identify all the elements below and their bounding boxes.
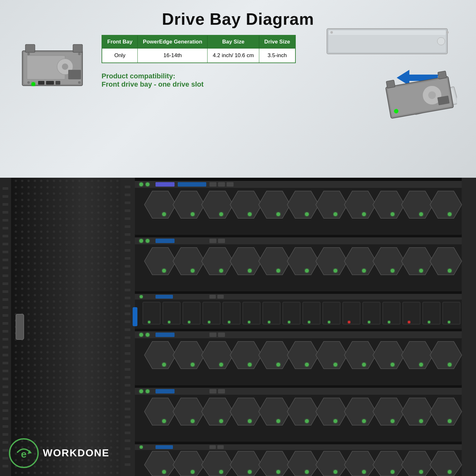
svg-rect-55 (3, 322, 8, 325)
svg-point-164 (305, 269, 309, 273)
svg-point-244 (448, 363, 452, 367)
svg-point-170 (391, 269, 394, 273)
svg-rect-99 (125, 360, 130, 363)
svg-point-236 (334, 363, 337, 367)
col-header-front-bay: Front Bay (102, 35, 138, 49)
svg-point-289 (248, 470, 252, 474)
svg-rect-74 (16, 314, 24, 340)
svg-rect-14 (46, 81, 54, 85)
svg-rect-105 (125, 408, 130, 410)
svg-point-160 (248, 269, 252, 273)
compat-line1: Product compatibility: (102, 72, 296, 80)
svg-rect-66 (3, 409, 8, 412)
svg-rect-54 (3, 314, 8, 317)
svg-rect-113 (462, 178, 476, 476)
svg-rect-60 (3, 362, 8, 364)
svg-rect-181 (217, 295, 224, 299)
svg-rect-96 (125, 336, 130, 339)
svg-point-272 (419, 419, 423, 423)
svg-point-287 (219, 470, 223, 474)
svg-point-295 (334, 470, 337, 474)
svg-point-206 (288, 321, 290, 323)
svg-rect-121 (227, 182, 234, 187)
svg-rect-91 (125, 297, 130, 299)
svg-rect-179 (155, 295, 173, 299)
svg-point-142 (419, 212, 423, 216)
svg-rect-42 (3, 219, 8, 221)
svg-point-260 (248, 419, 252, 423)
svg-point-130 (248, 212, 252, 216)
svg-point-230 (248, 363, 252, 367)
svg-point-199 (148, 321, 150, 323)
svg-point-270 (391, 419, 394, 423)
svg-rect-150 (155, 239, 175, 243)
svg-rect-151 (209, 239, 216, 243)
svg-point-218 (139, 333, 143, 337)
svg-point-12 (78, 81, 81, 84)
svg-rect-277 (135, 444, 462, 450)
cell-drive-size: 3.5-inch (259, 49, 295, 63)
col-header-poweredge: PowerEdge Generation (138, 35, 208, 49)
col-header-bay-size: Bay Size (208, 35, 259, 49)
svg-text:WORKDONE: WORKDONE (43, 447, 109, 459)
svg-point-232 (276, 363, 280, 367)
svg-rect-108 (125, 432, 130, 434)
svg-rect-2 (25, 44, 35, 52)
svg-point-126 (191, 212, 195, 216)
svg-rect-95 (125, 328, 130, 331)
page-title: Drive Bay Diagram (162, 10, 314, 29)
svg-point-214 (448, 321, 450, 323)
svg-rect-245 (135, 385, 462, 388)
svg-point-172 (419, 269, 423, 273)
svg-point-266 (334, 419, 337, 423)
svg-point-285 (191, 470, 195, 474)
svg-rect-3 (73, 44, 83, 52)
svg-rect-280 (209, 445, 216, 449)
svg-rect-101 (125, 376, 130, 379)
svg-rect-51 (3, 290, 8, 293)
svg-point-208 (328, 321, 330, 323)
svg-point-202 (208, 321, 210, 323)
svg-rect-147 (135, 237, 462, 244)
svg-point-168 (362, 269, 366, 273)
bay-diagram (324, 25, 457, 127)
col-header-drive-size: Drive Size (259, 35, 295, 49)
svg-rect-81 (125, 217, 130, 220)
svg-rect-68 (3, 425, 8, 428)
svg-point-209 (348, 321, 350, 323)
svg-point-249 (146, 389, 149, 393)
svg-point-211 (388, 321, 390, 323)
svg-rect-57 (3, 338, 8, 340)
svg-point-134 (305, 212, 309, 216)
svg-rect-67 (3, 417, 8, 420)
svg-rect-183 (143, 302, 160, 324)
svg-point-242 (419, 363, 423, 367)
svg-point-254 (162, 419, 166, 423)
svg-rect-196 (403, 302, 420, 324)
svg-rect-43 (3, 227, 8, 229)
svg-rect-180 (209, 295, 216, 299)
svg-rect-185 (183, 302, 200, 324)
svg-rect-38 (3, 187, 8, 190)
svg-point-154 (162, 269, 166, 273)
svg-rect-40 (3, 203, 8, 206)
svg-rect-72 (3, 457, 8, 459)
svg-rect-111 (125, 455, 130, 458)
svg-rect-120 (218, 182, 225, 187)
svg-point-293 (305, 470, 309, 474)
svg-rect-247 (135, 388, 462, 395)
svg-rect-45 (3, 243, 8, 245)
svg-rect-90 (125, 289, 130, 291)
svg-rect-50 (3, 282, 8, 285)
svg-rect-119 (209, 182, 216, 187)
svg-rect-83 (125, 233, 130, 236)
svg-rect-100 (125, 368, 130, 371)
svg-point-224 (162, 363, 166, 367)
svg-rect-53 (3, 306, 8, 309)
svg-rect-250 (155, 389, 175, 393)
svg-point-258 (219, 419, 223, 423)
svg-point-144 (448, 212, 452, 216)
svg-rect-102 (125, 384, 130, 387)
svg-point-9 (27, 53, 30, 55)
svg-point-299 (391, 470, 394, 474)
